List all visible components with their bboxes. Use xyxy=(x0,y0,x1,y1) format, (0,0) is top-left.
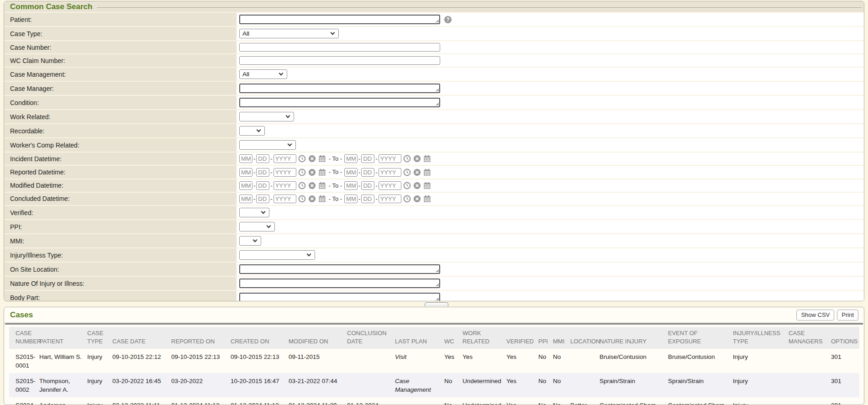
patient-input[interactable] xyxy=(239,15,440,24)
search-form: Patient:?Case Type:AllCase Number:WC Cla… xyxy=(4,12,864,301)
case-management-select[interactable]: All xyxy=(239,69,287,79)
reported-datetime-to-year-input[interactable] xyxy=(379,168,401,177)
clear-icon[interactable] xyxy=(413,155,421,163)
concluded-datetime-from-day-input[interactable] xyxy=(256,195,269,203)
case-number-cell: S2015-0002 xyxy=(9,373,39,397)
incident-datetime-from-month-input[interactable] xyxy=(239,154,253,163)
incident-datetime-to-day-input[interactable] xyxy=(361,154,374,163)
nature-of-injury-or-illness-input[interactable] xyxy=(239,279,440,288)
work-related-select[interactable] xyxy=(239,112,294,121)
chevron-down-icon xyxy=(253,238,258,242)
case-number-input[interactable] xyxy=(239,43,440,52)
work-related-label: Work Related: xyxy=(4,110,237,123)
calendar-icon[interactable] xyxy=(423,155,431,163)
modified-datetime-to-month-input[interactable] xyxy=(344,181,358,190)
cases-table: CASE NUMBERPATIENTCASE TYPECASE DATEREPO… xyxy=(9,327,859,405)
mmi-select[interactable] xyxy=(239,236,261,246)
clock-icon[interactable] xyxy=(298,155,306,163)
form-row-wc-claim-number: WC Claim Number: xyxy=(4,54,864,67)
clock-icon[interactable] xyxy=(403,155,411,163)
reported-on-cell: 09-10-2015 22:13 xyxy=(171,349,231,373)
case-managers-cell xyxy=(789,349,831,373)
show-csv-button[interactable]: Show CSV xyxy=(796,310,834,321)
ppi-select[interactable] xyxy=(239,222,275,231)
form-row-work-related: Work Related: xyxy=(4,110,864,123)
condition-input[interactable] xyxy=(239,98,440,107)
concluded-datetime-from-year-input[interactable] xyxy=(274,195,296,203)
clock-icon[interactable] xyxy=(403,182,411,189)
verified-select[interactable] xyxy=(239,208,269,217)
clock-icon[interactable] xyxy=(403,168,411,176)
calendar-icon[interactable] xyxy=(318,182,326,189)
reported-datetime-from-year-input[interactable] xyxy=(274,168,296,177)
location-cell xyxy=(570,373,600,397)
reported-datetime-to-month-input[interactable] xyxy=(344,168,358,177)
modified-datetime-to-day-input[interactable] xyxy=(361,181,374,190)
date-separator: - xyxy=(253,195,255,202)
incident-datetime-to-year-input[interactable] xyxy=(379,154,401,163)
clear-icon[interactable] xyxy=(413,182,421,189)
clear-icon[interactable] xyxy=(308,195,316,203)
concluded-datetime-from-month-input[interactable] xyxy=(239,195,253,203)
incident-datetime-to-month-input[interactable] xyxy=(344,154,358,163)
nature-injury-cell: Sprain/Strain xyxy=(600,373,668,397)
date-separator: - xyxy=(375,195,377,202)
case-manager-input[interactable] xyxy=(239,84,440,93)
case-type-select[interactable]: All xyxy=(239,29,339,38)
clear-icon[interactable] xyxy=(413,168,421,176)
worker-s-comp-related-select[interactable] xyxy=(239,140,296,150)
calendar-icon[interactable] xyxy=(318,168,326,176)
clock-icon[interactable] xyxy=(298,182,306,189)
modified-on-cell: 09-11-2015 xyxy=(289,349,347,373)
form-row-case-number: Case Number: xyxy=(4,41,864,53)
calendar-icon[interactable] xyxy=(423,195,431,203)
concluded-datetime-from-date-group: -- xyxy=(239,195,326,203)
reported-datetime-from-month-input[interactable] xyxy=(239,168,253,177)
wc-claim-number-input[interactable] xyxy=(239,56,440,65)
wc-cell: Yes xyxy=(444,349,463,373)
calendar-icon[interactable] xyxy=(423,168,431,176)
concluded-datetime-to-date-group: -- xyxy=(344,195,431,203)
clock-icon[interactable] xyxy=(403,195,411,203)
clock-icon[interactable] xyxy=(298,195,306,203)
mmi-field-cell xyxy=(237,234,864,247)
nature-injury-cell: Contaminated Sharp xyxy=(600,397,668,405)
print-button[interactable]: Print xyxy=(837,310,858,321)
on-site-location-input[interactable] xyxy=(239,264,440,274)
calendar-icon[interactable] xyxy=(423,182,431,189)
injury-illness-type-select[interactable] xyxy=(239,250,315,260)
concluded-datetime-to-year-input[interactable] xyxy=(379,195,401,203)
date-separator: - xyxy=(358,182,360,189)
clear-icon[interactable] xyxy=(308,155,316,163)
modified-datetime-from-day-input[interactable] xyxy=(256,181,269,190)
concluded-datetime-to-month-input[interactable] xyxy=(344,195,358,203)
ppi-cell: No xyxy=(538,397,553,405)
calendar-icon[interactable] xyxy=(318,195,326,203)
modified-datetime-from-year-input[interactable] xyxy=(274,181,296,190)
clock-icon[interactable] xyxy=(298,168,306,176)
incident-datetime-from-day-input[interactable] xyxy=(256,154,269,163)
modified-datetime-label: Modified Datetime: xyxy=(4,179,237,192)
help-icon[interactable]: ? xyxy=(444,16,452,23)
incident-datetime-from-year-input[interactable] xyxy=(274,154,296,163)
body-part-input[interactable] xyxy=(239,293,440,301)
modified-datetime-from-month-input[interactable] xyxy=(239,181,253,190)
mmi-cell: No xyxy=(553,349,570,373)
reported-datetime-to-day-input[interactable] xyxy=(361,168,374,177)
modified-datetime-to-year-input[interactable] xyxy=(379,181,401,190)
recordable-select[interactable] xyxy=(239,126,265,136)
case-number-field-cell xyxy=(237,41,864,53)
clear-icon[interactable] xyxy=(308,182,316,189)
concluded-datetime-to-day-input[interactable] xyxy=(361,195,374,203)
chevron-down-icon xyxy=(288,142,292,147)
date-separator: - xyxy=(358,169,360,176)
body-part-field-cell xyxy=(237,291,864,301)
last-plan-cell: Case Management xyxy=(395,373,444,397)
calendar-icon[interactable] xyxy=(318,155,326,163)
clear-icon[interactable] xyxy=(413,195,421,203)
clear-icon[interactable] xyxy=(308,168,316,176)
reported-datetime-from-day-input[interactable] xyxy=(256,168,269,177)
mmi-label: MMI: xyxy=(4,234,237,247)
concluded-datetime-field-cell: --- To --- xyxy=(237,193,864,205)
search-button-clipped[interactable] xyxy=(425,302,448,306)
